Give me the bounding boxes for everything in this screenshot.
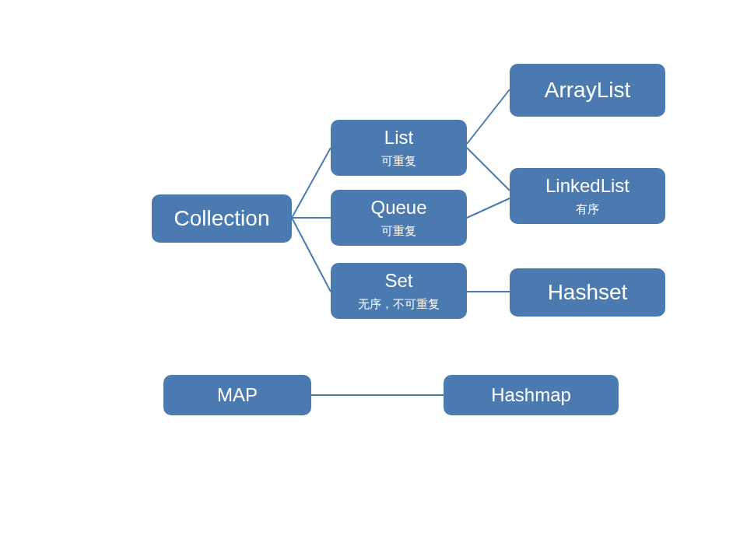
node-list-title: List [384,127,413,149]
node-hashset: Hashset [510,268,665,317]
node-hashset-title: Hashset [548,279,628,306]
node-queue-sub: 可重复 [381,224,416,239]
node-linkedlist: LinkedList 有序 [510,168,665,224]
node-arraylist: ArrayList [510,64,665,117]
node-map-title: MAP [217,384,258,407]
node-collection: Collection [152,194,292,243]
svg-line-4 [467,148,510,191]
node-arraylist-title: ArrayList [545,77,630,103]
node-list-sub: 可重复 [381,154,416,169]
node-linkedlist-sub: 有序 [576,202,599,217]
node-set-title: Set [384,270,412,292]
node-map: MAP [163,375,311,415]
node-set-sub: 无序，不可重复 [358,297,440,312]
svg-line-0 [292,148,331,218]
node-queue: Queue 可重复 [331,190,467,246]
svg-line-5 [467,198,510,218]
node-collection-title: Collection [174,205,270,232]
node-hashmap: Hashmap [444,375,619,415]
node-queue-title: Queue [370,197,426,219]
node-list: List 可重复 [331,120,467,176]
node-set: Set 无序，不可重复 [331,263,467,319]
svg-line-3 [467,89,510,144]
svg-line-2 [292,218,331,292]
node-hashmap-title: Hashmap [491,384,571,407]
node-linkedlist-title: LinkedList [545,175,630,198]
